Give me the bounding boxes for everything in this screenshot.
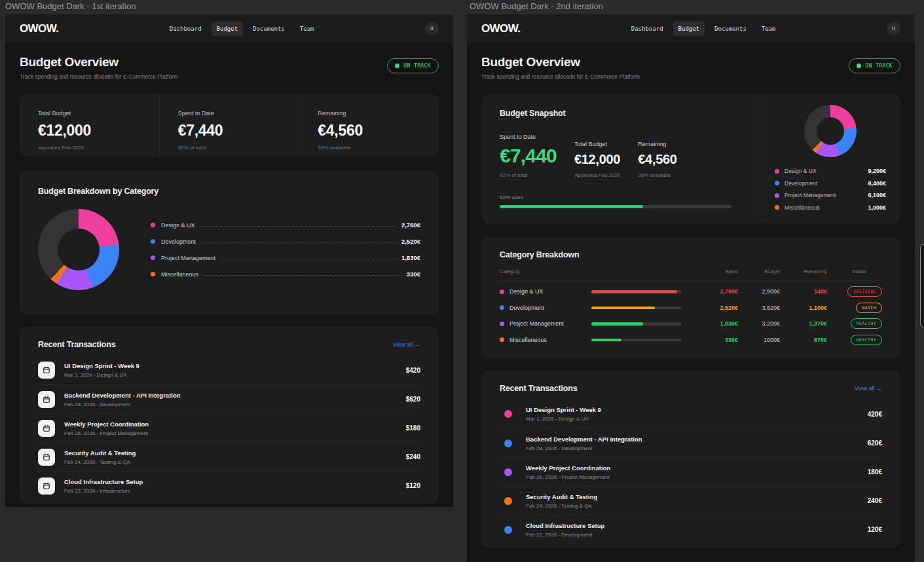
nav-item-dashboard[interactable]: Dashboard	[164, 22, 207, 36]
table-row: Miscellaneous 330€ 1000€ 670€ HEALTHY	[500, 332, 882, 348]
legend-dot-icon	[151, 239, 155, 244]
transaction-title: Security Audit & Testing	[526, 493, 868, 500]
transaction-amount: 180€	[868, 468, 882, 476]
page-header: Budget Overview Track spending and resou…	[467, 43, 915, 80]
legend-dot-icon	[775, 193, 779, 198]
view-all-link[interactable]: View all →	[393, 341, 420, 348]
breakdown-title: Budget Breakdown by Category	[38, 187, 420, 196]
nav-item-budget[interactable]: Budget	[673, 22, 705, 36]
stat-label: Remaining	[318, 110, 420, 117]
snapshot-title: Budget Snapshot	[500, 109, 741, 118]
stat-spent-to-date: Spent to Date €7,440 62% of total	[500, 134, 557, 178]
transaction-row[interactable]: Cloud Infrastructure Setup Feb 22, 2026 …	[500, 515, 882, 544]
transaction-amount: 620€	[868, 440, 882, 447]
stat-remaining: Remaining €4,560 38% available	[638, 141, 676, 178]
transaction-meta: Feb 26, 2026 - Project Management	[64, 430, 406, 436]
view-all-link[interactable]: View all →	[855, 385, 882, 392]
stat-caption: Approved Feb 2026	[38, 145, 141, 151]
transaction-title: UI Design Sprint - Week 9	[64, 362, 406, 369]
category-label: Miscellaneous	[509, 337, 547, 343]
donut-chart	[38, 209, 119, 290]
stat-total-budget: Total Budget €12,000 Approved Feb 2026	[574, 141, 620, 178]
snapshot-stats: Spent to Date €7,440 62% of total Total …	[500, 134, 741, 178]
stat-value: €7,440	[500, 145, 557, 167]
table-row: Design & UX 2,760€ 2,900€ 140€ CRITICAL	[500, 284, 882, 300]
transaction-row[interactable]: Backend Development - API Integration Fe…	[500, 428, 882, 457]
stat-caption: 62% of total	[500, 172, 557, 178]
transaction-meta: Feb 28, 2026 - Development	[64, 402, 406, 407]
stat-label: Remaining	[638, 141, 676, 147]
legend-label: Project Management	[785, 192, 836, 198]
stat-remaining: Remaining €4,560 38% available	[299, 94, 439, 157]
stat-value: €12,000	[574, 152, 620, 167]
status-badge: CRITICAL	[847, 286, 882, 297]
stat-value: €7,440	[178, 122, 281, 140]
nav-item-documents[interactable]: Documents	[248, 22, 290, 36]
transaction-title: Weekly Project Coordination	[526, 464, 868, 472]
spent-value: 2,760€	[699, 288, 738, 295]
transaction-row[interactable]: Cloud Infrastructure Setup Feb 22, 2026 …	[38, 471, 420, 500]
scrollbar-thumb[interactable]	[920, 244, 924, 328]
nav-item-budget[interactable]: Budget	[212, 22, 244, 36]
budget-value: 2,900€	[738, 288, 780, 295]
avatar[interactable]: U	[887, 22, 900, 35]
legend-value: 2,760€	[401, 221, 420, 229]
category-dot-icon	[500, 290, 504, 294]
nav-item-documents[interactable]: Documents	[709, 22, 752, 36]
transaction-meta: Feb 24, 2026 - Testing & QA	[64, 459, 406, 465]
category-label: Design & UX	[509, 288, 544, 295]
col-header-remaining: Remaining	[780, 269, 827, 274]
breakdown-legend: Design & UX 2,760€ Development 2,520€ Pr…	[151, 221, 420, 278]
legend-label: Design & UX	[161, 222, 195, 229]
spent-value: 330€	[699, 337, 738, 343]
col-header-category: Category	[500, 269, 591, 274]
legend-dot-icon	[151, 272, 155, 276]
category-dot-icon	[500, 305, 504, 310]
category-breakdown-card: Category Breakdown Category Spent Budget…	[481, 237, 900, 359]
transaction-title: Backend Development - API Integration	[64, 392, 406, 399]
avatar[interactable]: U	[425, 22, 439, 35]
transaction-meta: Mar 1, 2026 - Design & UX	[526, 416, 868, 422]
legend-value: 330€	[407, 271, 420, 278]
snapshot-left: Budget Snapshot Spent to Date €7,440 62%…	[481, 94, 760, 223]
legend-row: Development 2,520€	[151, 238, 420, 245]
breakdown-body: Design & UX 2,760€ Development 2,520€ Pr…	[38, 209, 420, 290]
stat-label: Total Budget	[574, 141, 620, 147]
transaction-info: Security Audit & Testing Feb 24, 2026 - …	[64, 449, 406, 465]
progress-label: 62% used	[500, 195, 741, 200]
transaction-row[interactable]: Weekly Project Coordination Feb 26, 2026…	[38, 413, 420, 442]
nav-links: Dashboard Budget Documents Team	[626, 22, 781, 36]
logo[interactable]: OWOW.	[481, 22, 520, 35]
legend-label: Development	[161, 238, 196, 245]
transaction-row[interactable]: Backend Development - API Integration Fe…	[38, 384, 420, 413]
transaction-row[interactable]: Security Audit & Testing Feb 24, 2026 - …	[500, 486, 882, 515]
spent-value: 2,520€	[699, 305, 738, 311]
transaction-row[interactable]: Weekly Project Coordination Feb 26, 2026…	[500, 457, 882, 486]
calendar-icon	[38, 391, 55, 408]
status-badge-label: ON TRACK	[403, 63, 431, 69]
nav-item-team[interactable]: Team	[756, 22, 781, 36]
progress-fill	[500, 205, 643, 208]
spend-bar-track	[591, 307, 682, 310]
spend-bar-track	[591, 322, 682, 326]
logo[interactable]: OWOW.	[20, 22, 58, 35]
snapshot-right: Design & UX 9,200€ Development 8,400€ Pr…	[760, 94, 900, 223]
legend-dot-icon	[775, 181, 779, 185]
transaction-row[interactable]: UI Design Sprint - Week 9 Mar 1, 2026 - …	[500, 400, 882, 428]
transaction-row[interactable]: UI Design Sprint - Week 9 Mar 1, 2026 - …	[38, 356, 420, 384]
transaction-info: Cloud Infrastructure Setup Feb 22, 2026 …	[64, 478, 406, 494]
transaction-title: Cloud Infrastructure Setup	[526, 522, 868, 529]
nav-item-dashboard[interactable]: Dashboard	[626, 22, 669, 36]
legend-value: 9,200€	[868, 168, 886, 174]
transaction-info: Weekly Project Coordination Feb 26, 2026…	[526, 464, 868, 480]
transaction-meta: Feb 22, 2026 - Infrastructure	[64, 488, 406, 494]
status-badge: ON TRACK	[387, 58, 439, 73]
legend-leader-line	[221, 259, 396, 259]
category-table-body: Design & UX 2,760€ 2,900€ 140€ CRITICAL	[500, 284, 882, 348]
transaction-meta: Feb 26, 2026 - Project Management	[526, 474, 868, 480]
nav-item-team[interactable]: Team	[295, 22, 320, 36]
transactions-list: UI Design Sprint - Week 9 Mar 1, 2026 - …	[500, 400, 882, 544]
status-cell: HEALTHY	[827, 318, 882, 329]
transaction-row[interactable]: Security Audit & Testing Feb 24, 2026 - …	[38, 442, 420, 471]
budget-progress: 62% used	[500, 195, 741, 208]
